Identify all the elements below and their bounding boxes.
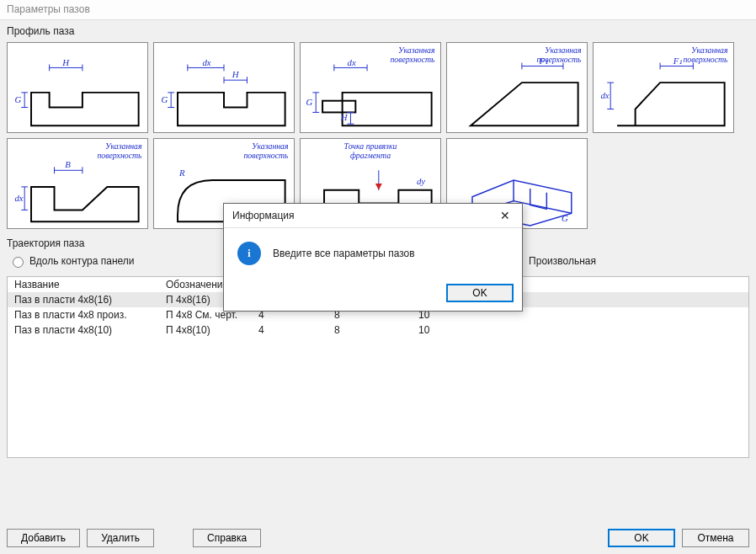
svg-text:G: G [562, 213, 568, 223]
svg-text:Точка привязки: Точка привязки [344, 141, 397, 151]
svg-text:Указанная: Указанная [398, 45, 435, 55]
svg-text:H: H [340, 112, 349, 122]
svg-text:G: G [306, 97, 312, 107]
svg-text:H: H [232, 69, 240, 79]
info-dialog: Информация ✕ i Введите все параметры паз… [223, 203, 523, 312]
svg-text:dx: dx [348, 57, 356, 67]
cell-offset: 10 [412, 322, 748, 338]
delete-button[interactable]: Удалить [87, 529, 154, 547]
radio-free-label: Произвольная [529, 255, 596, 267]
radio-along-contour[interactable]: Вдоль контура панели [8, 254, 135, 268]
ok-button[interactable]: OK [608, 529, 675, 547]
svg-text:поверхность: поверхность [243, 151, 289, 160]
profile-option-cham-step[interactable]: УказаннаяповерхностьBdx [7, 138, 148, 229]
svg-text:F₁: F₁ [539, 56, 549, 66]
svg-text:dy: dy [417, 176, 425, 186]
svg-text:поверхность: поверхность [97, 151, 142, 160]
dialog-ok-button[interactable]: OK [446, 284, 514, 302]
profile-option-chamfer-in[interactable]: УказаннаяповерхностьF₁ [446, 42, 588, 133]
cell-name: Паз в пласти 4x8(10) [8, 322, 159, 338]
cell-name: Паз в пласти 4x8(16) [8, 292, 159, 307]
dialog-title: Информация [232, 210, 294, 221]
svg-text:dx: dx [202, 57, 210, 67]
radio-free[interactable]: Произвольная [529, 255, 596, 267]
add-button[interactable]: Добавить [7, 529, 80, 547]
svg-text:dx: dx [14, 193, 23, 203]
svg-text:Указанная: Указанная [691, 45, 728, 55]
cancel-button[interactable]: Отмена [682, 529, 749, 547]
svg-marker-75 [375, 184, 382, 190]
profile-option-chamfer-edge[interactable]: УказаннаяповерхностьF₁dx [593, 42, 734, 133]
svg-text:Указанная: Указанная [105, 141, 142, 151]
profile-option-tenon[interactable]: УказаннаяповерхностьdxGH [300, 42, 441, 133]
svg-text:G: G [161, 94, 168, 104]
svg-text:фрагмента: фрагмента [350, 151, 391, 160]
close-icon[interactable]: ✕ [497, 209, 514, 222]
svg-text:R: R [178, 168, 185, 178]
svg-text:dx: dx [600, 90, 609, 100]
profile-option-step-left[interactable]: HG [7, 42, 148, 133]
svg-text:поверхность: поверхность [683, 55, 728, 64]
profile-option-notch[interactable]: dxHG [153, 42, 295, 133]
cell-depth: 8 [327, 322, 412, 338]
cell-width: 4 [252, 322, 327, 338]
window-title: Параметры пазов [0, 0, 756, 20]
col-name: Название [8, 277, 159, 292]
cell-designation: П 4x8(10) [159, 322, 252, 338]
svg-text:B: B [65, 159, 71, 169]
svg-text:Указанная: Указанная [252, 141, 289, 151]
help-button[interactable]: Справка [193, 529, 261, 547]
footer: Добавить Удалить Справка OK Отмена [7, 529, 749, 547]
svg-text:H: H [61, 57, 70, 67]
cell-name: Паз в пласти 4x8 произ. [8, 307, 159, 322]
svg-text:поверхность: поверхность [390, 55, 435, 64]
radio-along-contour-label: Вдоль контура панели [29, 255, 135, 267]
table-row[interactable]: Паз в пласти 4x8(10)П 4x8(10)4810 [8, 322, 748, 338]
svg-text:F₁: F₁ [673, 56, 683, 66]
svg-text:Указанная: Указанная [545, 45, 582, 55]
info-icon: i [237, 242, 261, 265]
svg-text:G: G [14, 94, 21, 104]
profile-group-label: Профиль паза [0, 20, 756, 39]
svg-rect-25 [322, 101, 355, 113]
dialog-message: Введите все параметры пазов [273, 248, 415, 259]
